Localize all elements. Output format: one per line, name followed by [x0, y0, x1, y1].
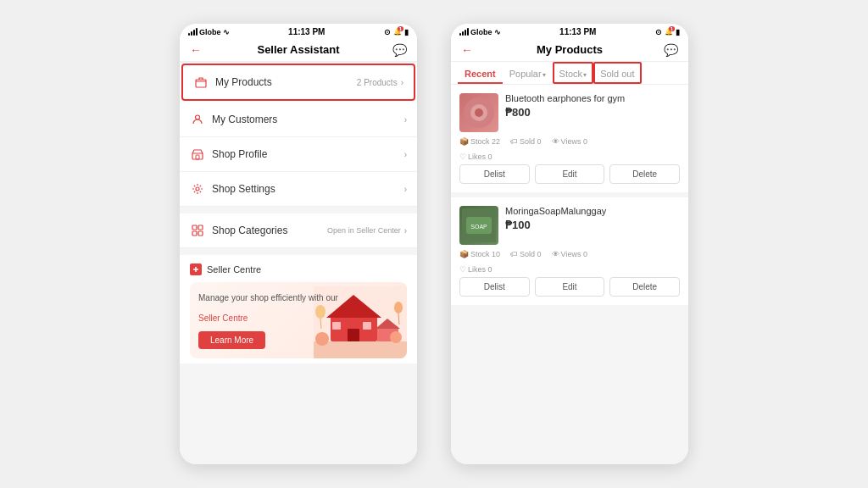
- menu-item-shop-profile[interactable]: Shop Profile ›: [180, 137, 417, 172]
- my-products-label: My Products: [215, 76, 357, 88]
- menu-item-shop-categories[interactable]: Shop Categories Open in Seller Center ›: [180, 214, 417, 248]
- status-bar-right: Globe ∿ 11:13 PM ⊙ 🔔1 ▮: [451, 24, 688, 38]
- arrow-right-icon: ›: [404, 185, 407, 194]
- wifi-icon: ∿: [223, 28, 230, 36]
- back-button-right[interactable]: ←: [461, 43, 473, 57]
- stat-stock-2: 📦 Stock 10: [459, 250, 500, 258]
- delist-button-1[interactable]: Delist: [459, 164, 530, 184]
- tab-stock[interactable]: Stock▾: [553, 62, 594, 84]
- banner-description: Manage your shop efficiently with our: [198, 292, 398, 304]
- icons-right: ⊙ 🔔1 ▮: [655, 28, 680, 36]
- menu-item-my-customers[interactable]: My Customers ›: [180, 103, 417, 137]
- box-icon: [193, 75, 209, 90]
- product-image-1: [459, 93, 498, 132]
- seller-centre-icon: [190, 263, 202, 275]
- edit-button-1[interactable]: Edit: [535, 164, 605, 184]
- delist-button-2[interactable]: Delist: [459, 277, 530, 297]
- store-icon: [190, 147, 205, 162]
- arrow-right-icon: ›: [404, 150, 407, 159]
- likes-icon-2: ♡: [459, 265, 466, 274]
- product-info-1: Bluetooth earphones for gym ₱800: [505, 93, 680, 132]
- location-icon: ⊙: [384, 28, 391, 36]
- arrow-profile: ›: [404, 150, 407, 159]
- menu-item-my-products[interactable]: My Products 2 Products ›: [181, 64, 415, 101]
- categories-icon: [190, 223, 205, 238]
- carrier-right: Globe: [470, 28, 492, 36]
- product-image-2: SOAP: [459, 206, 498, 245]
- tab-sold-out[interactable]: Sold out: [593, 62, 641, 84]
- svg-rect-5: [192, 225, 197, 230]
- product-name-1: Bluetooth earphones for gym: [505, 93, 680, 103]
- status-icons: ⊙ 🔔1 ▮: [384, 28, 409, 36]
- product-stats-1: 📦 Stock 22 🏷 Sold 0 👁 Views 0: [459, 137, 680, 146]
- open-seller-center: Open in Seller Center ›: [327, 226, 407, 236]
- svg-rect-0: [196, 80, 206, 87]
- learn-more-button[interactable]: Learn More: [198, 331, 265, 349]
- left-phone: Globe ∿ 11:13 PM ⊙ 🔔1 ▮ ← Seller Assista…: [180, 24, 417, 464]
- svg-rect-6: [198, 225, 203, 230]
- my-products-count: 2 Products ›: [357, 78, 403, 87]
- likes-icon-1: ♡: [459, 152, 466, 161]
- wifi-icon-right: ∿: [494, 28, 501, 36]
- location-icon-right: ⊙: [655, 28, 662, 36]
- popular-dropdown-icon: ▾: [542, 71, 546, 79]
- arrow-settings: ›: [404, 185, 407, 194]
- arrow-right-icon: ›: [404, 226, 407, 236]
- svg-rect-2: [192, 153, 203, 159]
- notification-icon-right: 🔔1: [665, 28, 673, 36]
- product-name-2: MoringaSoapMalunggay: [505, 206, 680, 216]
- product-actions-2: Delist Edit Delete: [459, 277, 680, 297]
- product-price-2: ₱100: [505, 219, 680, 231]
- svg-text:SOAP: SOAP: [470, 224, 487, 230]
- product-list: Bluetooth earphones for gym ₱800 📦 Stock…: [451, 85, 688, 464]
- tab-recent[interactable]: Recent: [458, 62, 503, 84]
- status-bar-carrier: Globe ∿: [188, 28, 230, 36]
- menu-item-shop-settings[interactable]: Shop Settings ›: [180, 172, 417, 207]
- shop-categories-label: Shop Categories: [212, 225, 327, 236]
- battery-icon-right: ▮: [676, 28, 680, 36]
- app-header-left: ← Seller Assistant 💬: [180, 38, 417, 62]
- app-title-right: My Products: [537, 43, 603, 56]
- edit-button-2[interactable]: Edit: [535, 277, 605, 297]
- back-button-left[interactable]: ←: [190, 43, 202, 57]
- svg-point-27: [475, 108, 483, 117]
- stat-views-2: 👁 Views 0: [552, 250, 587, 258]
- shop-settings-label: Shop Settings: [212, 183, 404, 195]
- banner-text: Manage your shop efficiently with our Se…: [198, 292, 398, 349]
- seller-centre-label: Seller Centre: [207, 264, 261, 274]
- views-icon-2: 👁: [552, 250, 559, 258]
- app-title-left: Seller Assistant: [257, 43, 339, 56]
- gear-icon: [190, 181, 205, 197]
- sold-icon-2: 🏷: [510, 250, 518, 258]
- tab-bar: Recent Popular▾ Stock▾ Sold out: [451, 62, 688, 85]
- person-icon: [190, 112, 205, 127]
- arrow-right-icon: ›: [401, 78, 403, 87]
- shop-categories-section: Shop Categories Open in Seller Center ›: [180, 214, 417, 248]
- signal-icon-right: [459, 29, 469, 36]
- tab-popular[interactable]: Popular▾: [503, 62, 553, 84]
- stat-likes-row-2: ♡ Likes 0: [459, 265, 680, 274]
- time-right: 11:13 PM: [559, 27, 596, 36]
- status-carrier-right: Globe ∿: [459, 28, 501, 36]
- svg-rect-7: [192, 231, 197, 236]
- stat-stock-1: 📦 Stock 22: [459, 137, 500, 146]
- signal-icon: [188, 29, 198, 36]
- sold-icon-1: 🏷: [510, 137, 518, 146]
- delete-button-2[interactable]: Delete: [609, 277, 680, 297]
- svg-rect-8: [198, 231, 203, 236]
- chat-icon[interactable]: 💬: [392, 43, 407, 57]
- shop-profile-label: Shop Profile: [212, 148, 404, 160]
- right-phone: Globe ∿ 11:13 PM ⊙ 🔔1 ▮ ← My Products 💬 …: [451, 24, 688, 464]
- svg-point-4: [196, 187, 199, 191]
- arrow-right-icon: ›: [404, 115, 407, 125]
- chat-icon-right[interactable]: 💬: [664, 43, 678, 57]
- seller-centre-link[interactable]: Seller Centre: [198, 313, 248, 323]
- main-menu-section: My Products 2 Products › My Customers: [180, 64, 417, 207]
- app-header-right: ← My Products 💬: [451, 38, 688, 62]
- seller-centre-banner: Manage your shop efficiently with our Se…: [190, 282, 407, 358]
- stat-views-1: 👁 Views 0: [552, 137, 587, 146]
- notification-icon: 🔔1: [393, 28, 402, 36]
- delete-button-1[interactable]: Delete: [609, 164, 680, 184]
- product-stats-2: 📦 Stock 10 🏷 Sold 0 👁 Views 0: [459, 250, 680, 258]
- product-top-2: SOAP MoringaSoapMalunggay ₱100: [459, 206, 680, 245]
